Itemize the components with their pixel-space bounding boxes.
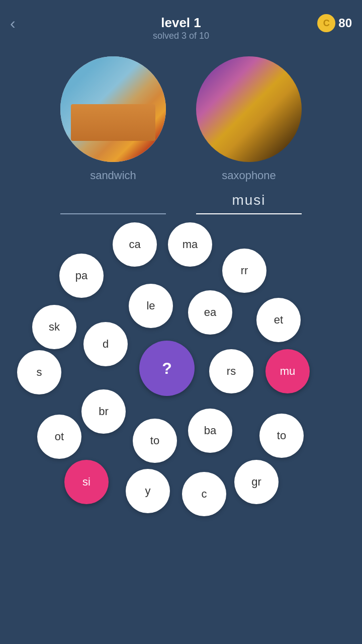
answer-section: musi [0,187,362,229]
answer-text-1 [60,192,166,210]
bubble-b-c[interactable]: c [182,472,226,516]
bubble-b-br[interactable]: br [81,389,126,434]
back-button[interactable]: ‹ [10,14,16,33]
bubble-b-sk[interactable]: sk [32,305,76,349]
bubble-b-le[interactable]: le [129,284,173,328]
bubble-b-ma[interactable]: ma [168,222,212,267]
bubble-b-s[interactable]: s [17,350,61,394]
level-title: level 1 [153,15,209,31]
saxophone-label: saxophone [222,169,276,182]
coin-icon: C [317,14,335,32]
bubble-b-ba[interactable]: ba [188,409,232,453]
saxophone-img-visual [196,56,302,162]
sandwich-label: sandwich [90,169,136,182]
bubble-b-ea[interactable]: ea [188,290,232,335]
answer-box-2[interactable]: musi [196,192,302,214]
bubble-b-et[interactable]: et [256,298,301,342]
coin-symbol: C [323,18,330,29]
bubble-b-rr[interactable]: rr [222,249,266,293]
bubble-b-gr[interactable]: gr [234,460,279,504]
bubble-b-to2[interactable]: to [259,414,304,458]
bubble-b-si[interactable]: si [64,460,109,504]
bubble-b-pa[interactable]: pa [59,254,104,298]
bubble-b-question[interactable]: ? [139,341,195,396]
bubble-b-rs[interactable]: rs [209,349,253,393]
saxophone-image [196,56,302,162]
coins-badge: C 80 [317,14,352,32]
images-section: sandwich saxophone [0,46,362,187]
bubble-b-ot[interactable]: ot [37,415,81,459]
bubble-b-d[interactable]: d [83,322,128,366]
image-container-sandwich: sandwich [60,56,166,182]
level-subtitle: solved 3 of 10 [153,31,209,41]
level-info: level 1 solved 3 of 10 [153,15,209,41]
image-container-saxophone: saxophone [196,56,302,182]
header: ‹ level 1 solved 3 of 10 C 80 [0,0,362,46]
bubble-b-mu[interactable]: mu [265,349,310,393]
bubble-b-to1[interactable]: to [133,419,177,463]
answer-text-2: musi [196,192,302,210]
sandwich-img-visual [60,56,166,162]
bubble-b-ca[interactable]: ca [113,222,157,267]
bubble-b-y[interactable]: y [126,469,170,513]
answer-box-1[interactable] [60,192,166,214]
bubbles-area: camaparrleeaetskd?rsmusbrottobatosiycgr [0,234,362,546]
coins-count: 80 [338,16,352,30]
sandwich-image [60,56,166,162]
